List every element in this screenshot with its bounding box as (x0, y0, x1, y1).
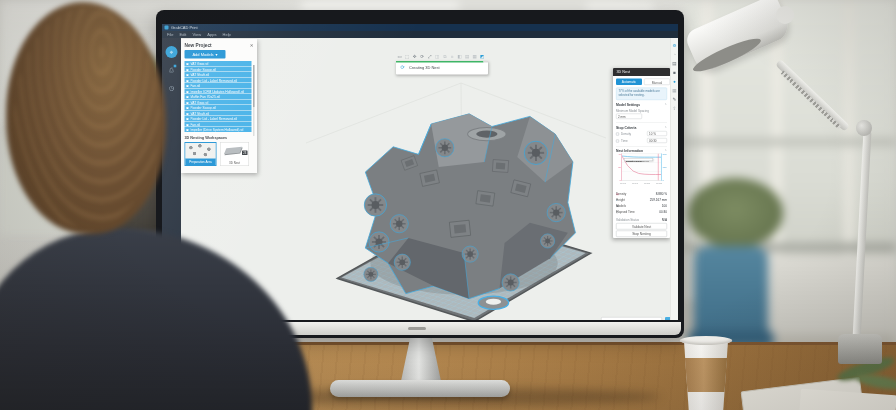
x-axis-tick: 00:20 (644, 182, 650, 185)
person-hair (14, 8, 160, 228)
stat-label: Elapsed Time (616, 210, 635, 214)
measure-icon[interactable]: ⌗ (450, 54, 456, 60)
supports-icon[interactable]: ▤ (465, 54, 471, 60)
mirror-icon[interactable]: ◫ (435, 54, 441, 60)
validation-label: Validation Status (616, 218, 639, 222)
left-axis-tick: 20 (616, 165, 621, 168)
progress-label: Creating 3D Nest (409, 65, 440, 70)
rotate-icon[interactable]: ⟳ (420, 54, 426, 60)
lamp-arm (775, 59, 850, 131)
slice-preview-icon[interactable]: ▦ (472, 54, 478, 60)
section-title: Model Settings (616, 103, 640, 107)
viewport-toolbar: ▭ ⬚ ✥ ⟳ ⤢ ◫ ⧉ ⌗ ◧ ▤ ▦ ◩ (397, 54, 485, 60)
spinner-icon: ⟳ (401, 65, 405, 71)
left-axis-tick: 0 (616, 178, 621, 181)
lamp-base (838, 334, 882, 364)
progress-bar (396, 61, 483, 63)
cup-sleeve (684, 358, 728, 392)
cup-rim (680, 336, 732, 345)
desk-lamp (660, 0, 896, 380)
density-checkbox[interactable] (616, 133, 619, 136)
left-axis-tick: 40 (616, 152, 621, 155)
stat-label: Height (616, 198, 625, 202)
density-label: Density (621, 132, 631, 135)
nesting-progress-popup: ⟳ Creating 3D Nest (396, 61, 488, 75)
lamp-joint (856, 120, 872, 136)
stat-label: Density (616, 192, 626, 196)
coffee-cup (678, 336, 734, 410)
person-foreground (0, 0, 340, 410)
tab-automatic[interactable]: Automatic (616, 79, 642, 86)
monitor-brand-logo (408, 327, 426, 330)
move-icon[interactable]: ✥ (412, 54, 418, 60)
x-axis-tick: 00:10 (632, 182, 638, 185)
monitor-stand-base (330, 380, 510, 397)
tooltip-line: Height: 259.167 (626, 160, 644, 164)
scale-icon[interactable]: ⤢ (427, 54, 433, 60)
office-scene-photo: GrabCAD Print File Edit View Apps Help ⌖… (0, 0, 896, 410)
chart-tooltip: Elapsed Time: 00:08 Density: 8.880 Heigh… (624, 158, 653, 161)
min-spacing-label: Minimum Model Spacing (616, 109, 649, 112)
select-icon[interactable]: ▭ (397, 54, 403, 60)
lamp-hinge-cap (776, 6, 794, 24)
box-select-icon[interactable]: ⬚ (405, 54, 411, 60)
min-spacing-input[interactable]: 2 mm (616, 114, 642, 120)
person-shoulder (0, 228, 312, 410)
section-title: Stop Criteria (616, 126, 636, 130)
nested-3d-model[interactable] (315, 86, 603, 320)
x-axis-tick: 00:00 (620, 182, 626, 185)
time-label: Time (621, 139, 628, 142)
printer-select[interactable]: M290 – Template ▾ (601, 317, 662, 320)
time-checkbox[interactable] (616, 140, 619, 143)
duplicate-icon[interactable]: ⧉ (442, 54, 448, 60)
progress-bar-remainder (483, 61, 488, 63)
analyze-icon[interactable]: ◩ (480, 54, 486, 60)
stat-label: Models (616, 204, 626, 208)
lamp-arm (853, 130, 872, 340)
lamp-spring (781, 71, 841, 129)
section-icon[interactable]: ◧ (457, 54, 463, 60)
